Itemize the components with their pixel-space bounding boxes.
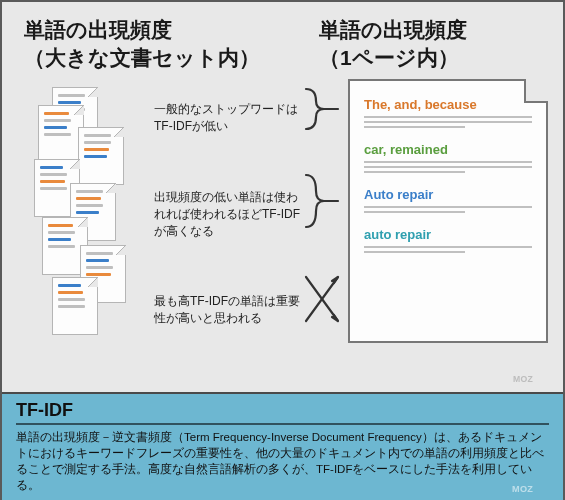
diagram-frame: 単語の出現頻度 （大きな文書セット内） 単語の出現頻度 （1ページ内） (0, 0, 565, 500)
mini-document (52, 277, 98, 335)
phrase-block-auto-repair-lower: auto repair (364, 227, 532, 253)
definition-body: 単語の出現頻度－逆文書頻度（Term Frequency-Inverse Doc… (16, 429, 549, 493)
mini-document (78, 127, 124, 185)
heading-right: 単語の出現頻度 （1ページ内） (319, 16, 467, 73)
brace-connectors (302, 79, 342, 359)
phrase-block-rare: car, remained (364, 142, 532, 173)
diagram-graphic: 一般的なストップワードはTF-IDFが低い 出現頻度の低い単語は使われれば使われ… (24, 79, 541, 369)
note-rare-words: 出現頻度の低い単語は使われれば使われるほどTF-IDFが高くなる (154, 189, 304, 241)
definition-title: TF-IDF (16, 400, 549, 425)
phrase-rare: car, remained (364, 142, 532, 157)
heading-left: 単語の出現頻度 （大きな文書セット内） (24, 16, 319, 73)
heading-right-line2: （1ページ内） (319, 46, 459, 69)
phrase-block-auto-repair-upper: Auto repair (364, 187, 532, 213)
moz-logo-text: MOZ (512, 484, 533, 494)
moz-logo-text: MOZ (513, 374, 534, 384)
phrase-stopwords: The, and, because (364, 97, 532, 112)
heading-left-line1: 単語の出現頻度 (24, 18, 172, 41)
heading-right-line1: 単語の出現頻度 (319, 18, 467, 41)
page-fold-icon (524, 79, 548, 103)
phrase-auto-repair-cap: Auto repair (364, 187, 532, 202)
note-highest: 最も高TF-IDFの単語は重要性が高いと思われる (154, 293, 304, 328)
phrase-block-stopwords: The, and, because (364, 97, 532, 128)
moz-logo-icon: MOZ (513, 372, 553, 386)
diagram-top: 単語の出現頻度 （大きな文書セット内） 単語の出現頻度 （1ページ内） (2, 2, 563, 392)
heading-left-line2: （大きな文書セット内） (24, 46, 260, 69)
single-page-document: The, and, because car, remained Auto rep… (348, 79, 548, 343)
heading-row: 単語の出現頻度 （大きな文書セット内） 単語の出現頻度 （1ページ内） (24, 16, 541, 73)
moz-logo-icon: MOZ (511, 482, 555, 496)
definition-panel: TF-IDF 単語の出現頻度－逆文書頻度（Term Frequency-Inve… (2, 392, 563, 500)
note-stopwords: 一般的なストップワードはTF-IDFが低い (154, 101, 304, 136)
document-stack (30, 87, 140, 337)
phrase-auto-repair-lower: auto repair (364, 227, 532, 242)
